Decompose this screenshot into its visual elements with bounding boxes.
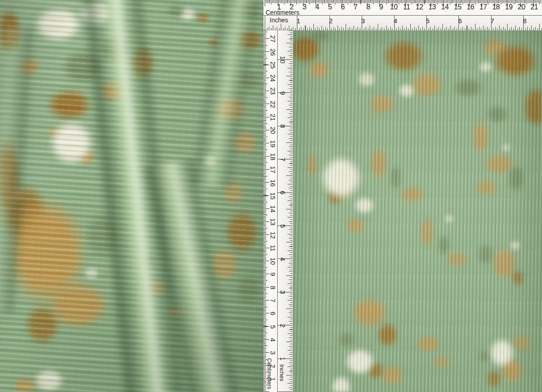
cm-number: 3	[303, 3, 306, 11]
cm-number: 4	[315, 3, 319, 11]
photo-shading	[293, 30, 542, 392]
photo-shading	[0, 0, 263, 392]
cm-number: 5	[328, 3, 332, 11]
cm-number: 21	[530, 3, 538, 11]
inch-number: 6	[279, 191, 287, 194]
inch-number: 2	[279, 324, 287, 327]
cm-number: 9	[379, 3, 383, 11]
inches-label: Inches	[279, 364, 285, 381]
cm-number: 15	[454, 3, 462, 11]
cm-number: 3	[269, 351, 277, 354]
cm-number: 11	[403, 3, 410, 11]
cm-number: 6	[341, 3, 344, 11]
draped-fabric-photo	[0, 0, 263, 392]
cm-ticks	[263, 30, 269, 392]
inch-number: 5	[279, 224, 287, 228]
cm-number: 18	[492, 3, 500, 11]
cm-number: 21	[269, 114, 277, 121]
inch-number: 4	[279, 257, 287, 261]
cm-number: 24	[269, 75, 277, 82]
inch-number: 3	[279, 291, 287, 294]
cm-number: 26	[269, 48, 277, 55]
cm-number: 16	[467, 3, 474, 11]
cm-number: 11	[269, 245, 277, 251]
cm-number: 27	[269, 35, 277, 42]
cm-number: 5	[269, 325, 277, 329]
cm-number: 12	[269, 232, 277, 239]
cm-number: 12	[416, 3, 423, 11]
cm-number: 20	[518, 3, 525, 11]
inch-number: 7	[279, 158, 287, 161]
inch-number: 8	[279, 125, 287, 128]
inch-number: 9	[279, 91, 287, 95]
vertical-ruler: 1234567891011121314151617181920212223242…	[263, 30, 293, 392]
cm-number: 15	[269, 192, 277, 200]
inch-number-column: 12345678910	[279, 30, 286, 392]
cm-number-row: 123456789101112131415161718192021	[265, 3, 542, 12]
cm-number: 16	[269, 179, 277, 186]
centimeters-label: Centimeters	[266, 358, 273, 389]
cm-number: 7	[354, 3, 357, 11]
cm-number: 7	[269, 299, 277, 302]
cm-number: 14	[441, 3, 449, 11]
half-inch-ticks	[265, 24, 542, 30]
cm-number: 23	[269, 88, 277, 95]
cm-number: 13	[428, 3, 436, 11]
cm-number: 25	[269, 62, 277, 69]
cm-number: 19	[269, 140, 277, 147]
cm-number: 14	[269, 205, 277, 213]
inch-number: 10	[279, 56, 287, 64]
flat-fabric-swatch	[293, 30, 542, 392]
cm-number: 17	[479, 3, 487, 11]
horizontal-ruler: 123456789101112131415161718192021 Centim…	[263, 0, 542, 30]
cm-number: 22	[269, 101, 277, 108]
inches-label: Inches	[270, 17, 288, 24]
fabric-product-photo: 123456789101112131415161718192021 Centim…	[0, 0, 542, 392]
cm-number-column: 1234567891011121314151617181920212223242…	[269, 30, 277, 392]
cm-number: 20	[269, 127, 277, 134]
cm-number: 10	[269, 258, 277, 265]
cm-number: 10	[390, 3, 398, 11]
cm-number: 6	[269, 312, 277, 315]
cm-number: 18	[269, 153, 277, 160]
cm-number: 13	[269, 218, 277, 225]
cm-number: 9	[269, 272, 277, 276]
cm-number: 4	[269, 338, 277, 342]
inch-number: 1	[279, 357, 287, 360]
cm-number: 17	[269, 166, 277, 173]
cm-number: 8	[367, 3, 370, 11]
half-inch-ticks	[286, 30, 292, 392]
cm-number: 19	[505, 3, 513, 11]
cm-number: 8	[269, 286, 277, 289]
